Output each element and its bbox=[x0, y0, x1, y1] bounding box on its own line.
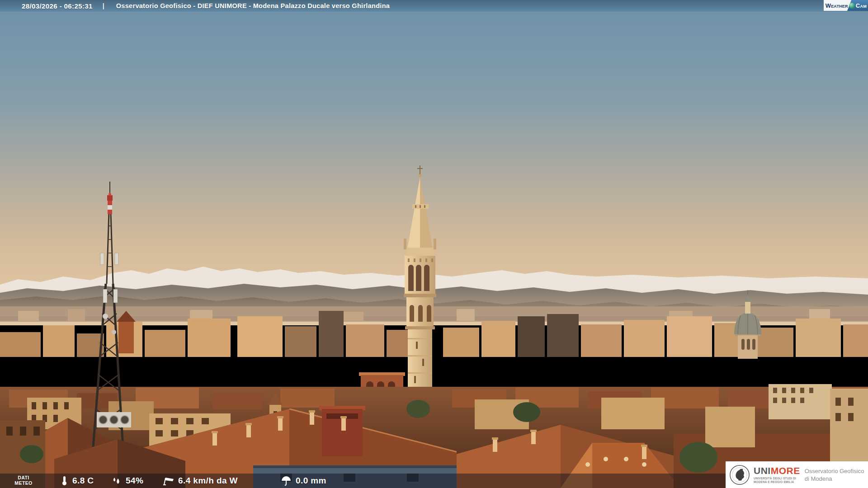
humidity-icon bbox=[111, 475, 122, 486]
unimore-subtitle-line2: MODENA E REGGIO EMILIA bbox=[754, 480, 800, 484]
unimore-logo-box[interactable]: UNIMORE UNIVERSITÀ DEGLI STUDI DI MODENA… bbox=[726, 461, 868, 488]
top-bar: 28/03/2026 - 06:25:31 | Osservatorio Geo… bbox=[0, 0, 868, 12]
camera-title: Osservatorio Geofisico - DIEF UNIMORE - … bbox=[116, 2, 390, 9]
observatory-name-line1: Osservatorio Geofisico bbox=[805, 467, 864, 475]
dati-meteo-line2: METEO bbox=[14, 480, 33, 486]
dati-meteo-label: DATI METEO bbox=[14, 475, 33, 486]
wind-value: 6.4 km/h da W bbox=[178, 476, 238, 486]
observatory-name-line2: di Modena bbox=[805, 475, 864, 483]
unimore-seal-icon bbox=[729, 465, 750, 485]
rain-reading: 0.0 mm bbox=[280, 474, 326, 488]
unimore-brand-uni: UNI bbox=[754, 465, 771, 476]
rain-icon bbox=[280, 475, 292, 486]
weathercam-weather-text: Weather bbox=[826, 2, 848, 9]
unimore-wordmark: UNIMORE UNIVERSITÀ DEGLI STUDI DI MODENA… bbox=[754, 466, 800, 483]
wind-reading: 6.4 km/h da W bbox=[162, 474, 238, 488]
webcam-frame: 28/03/2026 - 06:25:31 | Osservatorio Geo… bbox=[0, 0, 868, 488]
title-separator: | bbox=[103, 2, 104, 9]
thermometer-icon bbox=[60, 475, 69, 486]
temperature-reading: 6.8 C bbox=[60, 474, 94, 488]
unimore-brand-more: MORE bbox=[771, 465, 800, 476]
wind-icon bbox=[162, 475, 175, 486]
temperature-value: 6.8 C bbox=[72, 476, 94, 486]
humidity-reading: 54% bbox=[111, 474, 143, 488]
weathercam-logo[interactable]: Weather Cam bbox=[824, 0, 868, 11]
dati-meteo-line1: DATI bbox=[14, 475, 33, 480]
humidity-value: 54% bbox=[126, 476, 143, 486]
city-panorama-photo bbox=[0, 0, 868, 488]
rain-value: 0.0 mm bbox=[296, 476, 326, 486]
unimore-subtitle-line1: UNIVERSITÀ DEGLI STUDI DI bbox=[754, 477, 800, 480]
observatory-name: Osservatorio Geofisico di Modena bbox=[805, 467, 864, 483]
datetime-text: 28/03/2026 - 06:25:31 bbox=[22, 2, 93, 10]
weathercam-cam-text: Cam bbox=[856, 2, 867, 9]
weathercam-globe-icon bbox=[849, 3, 855, 9]
